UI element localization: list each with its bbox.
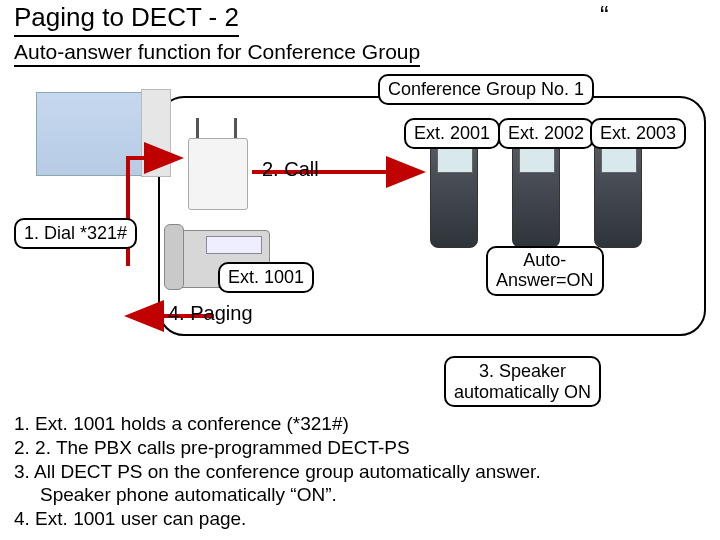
dect-antenna-icon [182,118,252,212]
auto-answer-line1: Auto- [496,251,594,271]
step-item-3: 3. All DECT PS on the conference group a… [14,460,706,484]
speaker-on-label: 3. Speaker automatically ON [444,356,601,407]
step1-dial-label: 1. Dial *321# [14,218,137,249]
auto-answer-line2: Answer=ON [496,271,594,291]
step-item-3b: Speaker phone automatically “ON”. [14,483,706,507]
step-item-2: 2. 2. The PBX calls pre-programmed DECT-… [14,436,706,460]
step2-call-label: 2. Call [262,158,319,181]
group-title-label: Conference Group No. 1 [378,74,594,105]
page-title: Paging to DECT - 2 [14,2,239,37]
auto-answer-label: Auto- Answer=ON [486,246,604,296]
ext-2003-label: Ext. 2003 [590,118,686,149]
speaker-on-line2: automatically ON [454,382,591,403]
decorative-quote: “ [600,0,609,31]
step-item-1: 1. Ext. 1001 holds a conference (*321#) [14,412,706,436]
pbx-icon [36,92,168,176]
page-subtitle: Auto-answer function for Conference Grou… [14,40,420,67]
ext-2001-label: Ext. 2001 [404,118,500,149]
ext-2002-label: Ext. 2002 [498,118,594,149]
step4-paging-label: 4. Paging [168,302,253,325]
steps-list: 1. Ext. 1001 holds a conference (*321#) … [14,412,706,531]
speaker-on-line1: 3. Speaker [454,361,591,382]
step-item-4: 4. Ext. 1001 user can page. [14,507,706,531]
ext-1001-label: Ext. 1001 [218,262,314,293]
